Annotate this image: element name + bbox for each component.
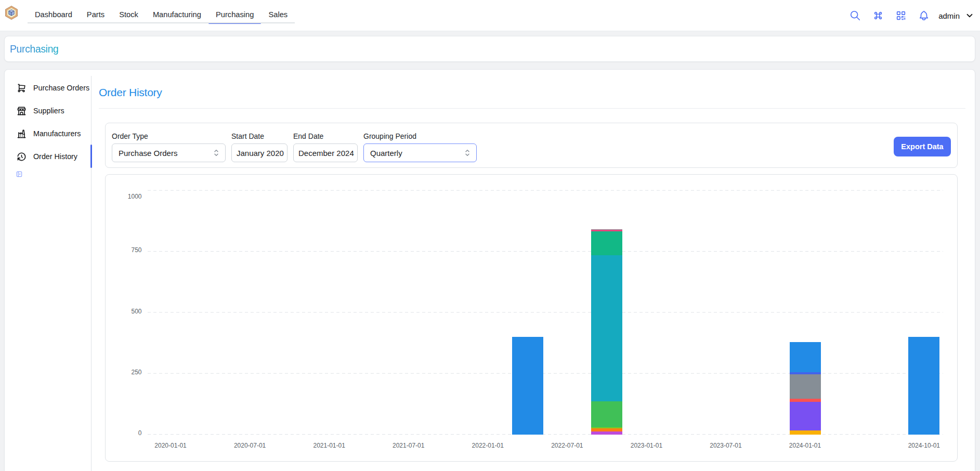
chevron-down-icon bbox=[965, 11, 974, 20]
history-clock-icon bbox=[17, 152, 27, 162]
start-date-input[interactable]: January 2020 bbox=[231, 143, 288, 162]
search-icon[interactable] bbox=[850, 10, 861, 21]
grouping-period-field: Grouping Period Quarterly bbox=[363, 132, 477, 162]
shopping-cart-icon bbox=[17, 83, 27, 93]
sidebar-active-indicator bbox=[90, 145, 92, 168]
bar-segment-2022-04-01-blue[interactable] bbox=[512, 337, 543, 435]
end-date-input[interactable]: December 2024 bbox=[293, 143, 358, 162]
end-date-value: December 2024 bbox=[298, 149, 354, 158]
sidebar-item-purchase-orders[interactable]: Purchase Orders bbox=[4, 76, 91, 99]
bar-segment-2022-10-01-gray[interactable] bbox=[591, 229, 622, 230]
order-type-field: Order Type Purchase Orders bbox=[112, 132, 226, 162]
bar-segment-2024-01-01-yellow[interactable] bbox=[790, 430, 821, 435]
tab-dashboard[interactable]: Dashboard bbox=[28, 0, 80, 24]
sidebar-item-manufacturers[interactable]: Manufacturers bbox=[4, 122, 91, 145]
sidebar-item-order-history[interactable]: Order History bbox=[4, 145, 91, 168]
y-axis-tick-label: 750 bbox=[131, 246, 141, 254]
start-date-value: January 2020 bbox=[237, 149, 284, 158]
notifications-bell-icon[interactable] bbox=[918, 10, 930, 21]
factory-icon bbox=[17, 129, 27, 139]
navbar-actions: admin bbox=[850, 0, 974, 31]
y-axis-tick-label: 0 bbox=[138, 429, 142, 437]
bar-segment-2024-01-01-violet[interactable] bbox=[790, 402, 821, 430]
order-type-label: Order Type bbox=[112, 132, 226, 141]
x-axis-tick-label: 2021-01-01 bbox=[313, 442, 345, 449]
tab-parts-label: Parts bbox=[87, 10, 104, 19]
main-nav-tabs: Dashboard Parts Stock Manufacturing Purc… bbox=[28, 0, 295, 31]
bar-segment-2022-10-01-orange[interactable] bbox=[591, 428, 622, 431]
user-menu[interactable]: admin bbox=[938, 11, 974, 20]
sidebar: Purchase Orders Suppliers Manufacturers bbox=[4, 76, 91, 168]
selector-up-down-icon bbox=[463, 148, 472, 158]
bar-segment-2022-10-01-pink[interactable] bbox=[591, 230, 622, 231]
inventree-logo-icon[interactable] bbox=[5, 6, 18, 20]
breadcrumb-panel: Purchasing bbox=[4, 36, 975, 62]
x-axis-tick-label: 2020-07-01 bbox=[234, 442, 266, 449]
x-axis-tick-label: 2022-01-01 bbox=[472, 442, 504, 449]
tab-parts[interactable]: Parts bbox=[80, 0, 112, 24]
sidebar-divider bbox=[91, 76, 92, 471]
y-axis-tick-label: 500 bbox=[131, 308, 141, 315]
tab-purchasing[interactable]: Purchasing bbox=[208, 0, 261, 24]
bar-segment-2022-10-01-grape[interactable] bbox=[591, 431, 622, 435]
user-name: admin bbox=[938, 11, 960, 20]
bar-segment-2024-01-01-blue[interactable] bbox=[790, 342, 821, 372]
tab-dashboard-label: Dashboard bbox=[35, 10, 72, 19]
x-axis-tick-label: 2022-07-01 bbox=[551, 442, 583, 449]
tab-purchasing-label: Purchasing bbox=[216, 10, 254, 19]
bar-segment-2024-01-01-gray[interactable] bbox=[790, 374, 821, 398]
x-axis-tick-label: 2020-01-01 bbox=[154, 442, 187, 449]
x-axis-tick-label: 2023-01-01 bbox=[631, 442, 663, 449]
bar-segment-2024-10-01-blue[interactable] bbox=[908, 337, 939, 435]
tab-sales-label: Sales bbox=[268, 10, 288, 19]
export-data-button[interactable]: Export Data bbox=[894, 137, 951, 156]
page-title: Order History bbox=[99, 86, 162, 99]
selector-up-down-icon bbox=[212, 148, 221, 158]
grouping-period-label: Grouping Period bbox=[363, 132, 477, 141]
order-history-chart-card: 025050075010002020-01-012020-07-012021-0… bbox=[105, 174, 958, 462]
sidebar-item-label: Order History bbox=[33, 152, 77, 161]
sidebar-item-label: Purchase Orders bbox=[33, 84, 89, 92]
command-icon[interactable] bbox=[872, 10, 884, 21]
tab-manufacturing-label: Manufacturing bbox=[153, 10, 201, 19]
end-date-label: End Date bbox=[293, 132, 358, 141]
bar-segment-2022-10-01-green[interactable] bbox=[591, 401, 622, 428]
grouping-period-select[interactable]: Quarterly bbox=[363, 143, 477, 162]
tab-stock[interactable]: Stock bbox=[112, 0, 146, 24]
order-history-bar-chart: 025050075010002020-01-012020-07-012021-0… bbox=[106, 175, 957, 461]
order-type-select[interactable]: Purchase Orders bbox=[112, 143, 226, 162]
top-navbar: Dashboard Parts Stock Manufacturing Purc… bbox=[0, 0, 980, 31]
sidebar-collapse-icon[interactable] bbox=[16, 171, 23, 178]
sidebar-item-label: Suppliers bbox=[33, 107, 64, 115]
building-store-icon bbox=[17, 106, 27, 116]
bar-segment-2022-10-01-teal[interactable] bbox=[591, 231, 622, 255]
x-axis-tick-label: 2021-07-01 bbox=[393, 442, 425, 449]
breadcrumb[interactable]: Purchasing bbox=[10, 43, 59, 55]
grouping-period-value: Quarterly bbox=[370, 149, 402, 158]
qrcode-scan-icon[interactable] bbox=[895, 10, 907, 21]
start-date-field: Start Date January 2020 bbox=[231, 132, 288, 162]
end-date-field: End Date December 2024 bbox=[293, 132, 358, 162]
sidebar-item-suppliers[interactable]: Suppliers bbox=[4, 99, 91, 122]
start-date-label: Start Date bbox=[231, 132, 288, 141]
nav-tabs-track bbox=[28, 22, 295, 23]
x-axis-tick-label: 2024-01-01 bbox=[789, 442, 821, 449]
tab-sales[interactable]: Sales bbox=[261, 0, 295, 24]
y-axis-tick-label: 250 bbox=[131, 369, 141, 376]
y-axis-tick-label: 1000 bbox=[128, 193, 142, 200]
bar-segment-2024-01-01-indigo[interactable] bbox=[790, 372, 821, 374]
sidebar-item-label: Manufacturers bbox=[33, 129, 81, 138]
x-axis-tick-label: 2023-07-01 bbox=[710, 442, 742, 449]
tab-stock-label: Stock bbox=[119, 10, 138, 19]
filter-card: Order Type Purchase Orders Start Date Ja… bbox=[105, 123, 958, 168]
order-type-value: Purchase Orders bbox=[119, 149, 177, 158]
x-axis-tick-label: 2024-10-01 bbox=[908, 442, 940, 449]
bar-segment-2024-01-01-red[interactable] bbox=[790, 399, 821, 402]
tab-manufacturing[interactable]: Manufacturing bbox=[146, 0, 208, 24]
filter-row: Order Type Purchase Orders Start Date Ja… bbox=[112, 132, 477, 162]
bar-segment-2022-10-01-lime[interactable] bbox=[591, 427, 622, 428]
title-divider bbox=[99, 108, 965, 109]
bar-segment-2022-10-01-cyan[interactable] bbox=[591, 255, 622, 401]
